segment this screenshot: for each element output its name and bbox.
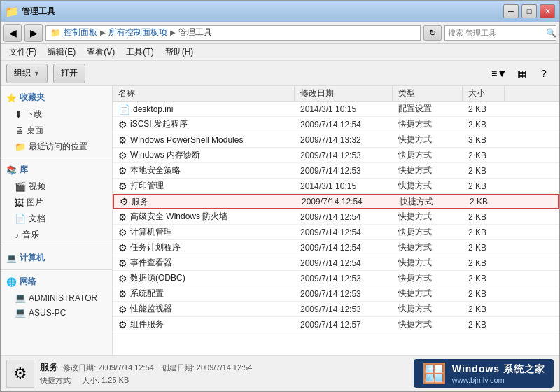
sidebar-item-administrator[interactable]: 💻 ADMINISTRATOR <box>1 290 112 305</box>
table-row[interactable]: ⚙ 高级安全 Windows 防火墙 2009/7/14 12:54 快捷方式 … <box>113 209 559 225</box>
sidebar-item-pictures[interactable]: 🖼 图片 <box>1 195 112 211</box>
menu-help[interactable]: 帮助(H) <box>160 45 200 59</box>
table-row[interactable]: ⚙ Windows 内存诊断 2009/7/14 12:53 快捷方式 2 KB <box>113 148 559 163</box>
file-name-text: 高级安全 Windows 防火墙 <box>130 211 227 223</box>
title-bar: 📁 管理工具 ─ □ ✕ <box>1 1 559 22</box>
windows-logo-icon: 🪟 <box>422 362 447 385</box>
file-name-cell: ⚙ Windows 内存诊断 <box>113 149 295 161</box>
table-row[interactable]: ⚙ 服务 2009/7/14 12:54 快捷方式 2 KB <box>113 194 559 209</box>
file-size-cell: 2 KB <box>463 181 505 191</box>
file-name-text: 服务 <box>132 196 148 208</box>
table-row[interactable]: ⚙ 本地安全策略 2009/7/14 12:53 快捷方式 2 KB <box>113 163 559 178</box>
table-row[interactable]: ⚙ 计算机管理 2009/7/14 12:54 快捷方式 2 KB <box>113 225 559 240</box>
file-size-cell: 2 KB <box>463 120 505 130</box>
table-row[interactable]: ⚙ 系统配置 2009/7/14 12:53 快捷方式 2 KB <box>113 286 559 302</box>
table-row[interactable]: ⚙ 打印管理 2014/3/1 10:15 快捷方式 2 KB <box>113 178 559 194</box>
sidebar-item-desktop[interactable]: 🖥 桌面 <box>1 122 112 139</box>
sidebar-header-library[interactable]: 📚 库 <box>1 161 112 178</box>
table-row[interactable]: ⚙ 事件查看器 2009/7/14 12:54 快捷方式 2 KB <box>113 255 559 271</box>
maximize-button[interactable]: □ <box>522 4 537 18</box>
file-date-cell: 2009/7/14 12:54 <box>295 258 393 268</box>
search-box[interactable]: 🔍 <box>444 25 556 41</box>
file-date-cell: 2014/3/1 10:15 <box>295 181 393 191</box>
file-name-cell: ⚙ 系统配置 <box>113 288 295 300</box>
file-name-text: 数据源(ODBC) <box>130 272 186 284</box>
star-icon: ⭐ <box>6 93 17 103</box>
forward-button[interactable]: ▶ <box>24 24 43 42</box>
path-controlpanel[interactable]: 控制面板 <box>64 27 97 38</box>
documents-label: 文档 <box>29 213 46 225</box>
table-row[interactable]: ⚙ 组件服务 2009/7/14 12:57 快捷方式 2 KB <box>113 317 559 332</box>
menu-tools[interactable]: 工具(T) <box>120 45 159 59</box>
file-name-text: Windows 内存诊断 <box>130 149 200 161</box>
file-name-text: 打印管理 <box>130 180 164 192</box>
file-date-cell: 2009/7/14 12:53 <box>295 150 393 160</box>
menu-file[interactable]: 文件(F) <box>4 45 42 59</box>
minimize-button[interactable]: ─ <box>503 4 519 18</box>
divider-2 <box>1 246 112 246</box>
open-button[interactable]: 打开 <box>53 64 85 83</box>
table-row[interactable]: ⚙ iSCSI 发起程序 2009/7/14 12:54 快捷方式 2 KB <box>113 117 559 132</box>
file-type-cell: 快捷方式 <box>393 164 463 176</box>
music-icon: ♪ <box>15 230 20 240</box>
sidebar-header-network[interactable]: 🌐 网络 <box>1 273 112 290</box>
file-type-cell: 快捷方式 <box>393 303 463 315</box>
file-icon: ⚙ <box>118 181 127 192</box>
file-size-cell: 2 KB <box>463 104 505 114</box>
file-icon: ⚙ <box>118 165 127 176</box>
file-type-cell: 快捷方式 <box>393 257 463 269</box>
table-row[interactable]: ⚙ 任务计划程序 2009/7/14 12:54 快捷方式 2 KB <box>113 240 559 255</box>
file-name-text: Windows PowerShell Modules <box>130 135 243 145</box>
table-row[interactable]: ⚙ Windows PowerShell Modules 2009/7/14 1… <box>113 132 559 148</box>
file-size-cell: 2 KB <box>463 166 505 176</box>
path-current[interactable]: 管理工具 <box>178 27 212 38</box>
sidebar-item-downloads[interactable]: ⬇ 下载 <box>1 106 112 122</box>
sidebar-section-computer: 💻 计算机 <box>1 249 112 267</box>
file-list: 📄 desktop.ini 2014/3/1 10:15 配置设置 2 KB ⚙… <box>113 102 559 332</box>
sidebar-item-videos[interactable]: 🎬 视频 <box>1 178 112 195</box>
file-type-cell: 快捷方式 <box>393 180 463 192</box>
table-row[interactable]: ⚙ 性能监视器 2009/7/14 12:53 快捷方式 2 KB <box>113 302 559 317</box>
download-icon: ⬇ <box>15 109 22 120</box>
address-path[interactable]: 📁 控制面板 ▶ 所有控制面板项 ▶ 管理工具 <box>46 25 421 41</box>
menu-edit[interactable]: 编辑(E) <box>42 45 81 59</box>
file-date-cell: 2009/7/14 12:54 <box>295 243 393 253</box>
file-date-cell: 2009/7/14 12:54 <box>296 197 394 206</box>
network-icon: 🌐 <box>6 277 17 287</box>
file-icon: ⚙ <box>120 196 129 207</box>
file-date-cell: 2009/7/14 12:53 <box>295 166 393 176</box>
status-type: 快捷方式 <box>40 375 71 386</box>
menu-view[interactable]: 查看(V) <box>81 45 120 59</box>
status-info: 服务 修改日期: 2009/7/14 12:54 创建日期: 2009/7/14… <box>40 361 252 386</box>
search-input[interactable] <box>448 29 545 37</box>
file-type-cell: 快捷方式 <box>393 134 463 146</box>
refresh-button[interactable]: ↻ <box>424 25 442 41</box>
back-button[interactable]: ◀ <box>4 24 22 42</box>
path-all-items[interactable]: 所有控制面板项 <box>108 27 167 38</box>
col-header-date[interactable]: 修改日期 <box>295 86 393 101</box>
col-header-type[interactable]: 类型 <box>393 86 463 101</box>
layout-button[interactable]: ▦ <box>512 64 531 83</box>
col-header-name[interactable]: 名称 <box>113 86 295 101</box>
sidebar-header-computer[interactable]: 💻 计算机 <box>1 249 112 267</box>
table-row[interactable]: ⚙ 数据源(ODBC) 2009/7/14 12:53 快捷方式 2 KB <box>113 271 559 286</box>
desktop-icon: 🖥 <box>15 125 24 136</box>
close-button[interactable]: ✕ <box>540 4 555 18</box>
sidebar-item-recent[interactable]: 📁 最近访问的位置 <box>1 139 112 155</box>
organize-button[interactable]: 组织 ▼ <box>6 64 48 83</box>
sidebar-item-music[interactable]: ♪ 音乐 <box>1 227 112 243</box>
file-type-cell: 快捷方式 <box>393 149 463 161</box>
main-window: 📁 管理工具 ─ □ ✕ ◀ ▶ 📁 控制面板 ▶ 所有控制面板项 ▶ 管理工具… <box>0 0 560 392</box>
help-button[interactable]: ? <box>534 64 554 83</box>
window-title: 管理工具 <box>22 6 500 18</box>
table-row[interactable]: 📄 desktop.ini 2014/3/1 10:15 配置设置 2 KB <box>113 102 559 117</box>
file-size-cell: 2 KB <box>463 274 505 284</box>
main-content: ⭐ 收藏夹 ⬇ 下载 🖥 桌面 📁 最近访问的位置 <box>1 86 559 355</box>
file-date-cell: 2009/7/14 13:32 <box>295 135 393 145</box>
col-header-size[interactable]: 大小 <box>463 86 505 101</box>
view-toggle-button[interactable]: ≡▼ <box>489 64 509 83</box>
sidebar-item-documents[interactable]: 📄 文档 <box>1 211 112 227</box>
sidebar-item-asus-pc[interactable]: 💻 ASUS-PC <box>1 305 112 320</box>
organize-arrow-icon: ▼ <box>34 70 40 77</box>
sidebar-header-favorites[interactable]: ⭐ 收藏夹 <box>1 89 112 106</box>
